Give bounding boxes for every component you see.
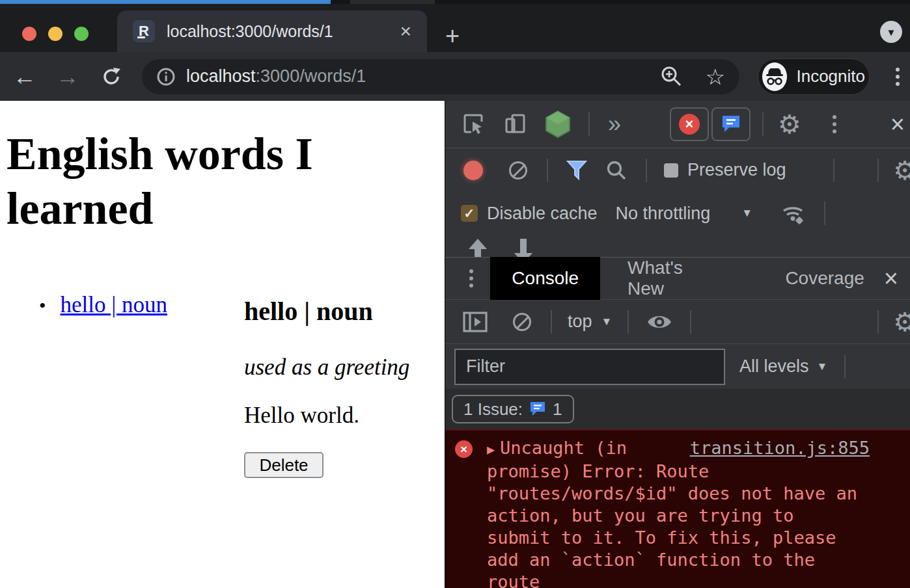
throttling-caret-icon[interactable]: ▼	[741, 207, 752, 220]
console-sidebar-toggle-icon[interactable]	[462, 310, 488, 334]
preserve-log-checkbox[interactable]	[664, 163, 678, 178]
console-filter-row: All levels ▼	[445, 344, 910, 389]
site-info-icon[interactable]	[156, 67, 176, 87]
incognito-icon	[762, 62, 787, 91]
window-zoom-button[interactable]	[74, 27, 89, 41]
issue-label: 1 Issue:	[463, 399, 523, 420]
new-tab-button[interactable]: +	[445, 23, 460, 48]
console-error-message[interactable]: × transition.js:855 ▶Uncaught (in promis…	[445, 429, 910, 588]
issue-chat-icon	[529, 401, 546, 418]
tab-search-button[interactable]: ▼	[880, 21, 902, 43]
error-count-badge[interactable]: ×	[670, 107, 709, 141]
browser-tab[interactable]: R localhost:3000/words/1 ×	[117, 10, 427, 52]
reload-button[interactable]	[100, 66, 122, 88]
screen: R localhost:3000/words/1 × + ▼ ← → loca	[0, 0, 910, 588]
issues-badge[interactable]	[711, 107, 751, 141]
window-minimize-button[interactable]	[48, 27, 62, 41]
console-toolbar: top ▼ ⚙	[445, 300, 910, 344]
url-text: localhost:3000/words/1	[186, 66, 366, 87]
delete-button[interactable]: Delete	[244, 452, 324, 478]
devtools-settings-icon[interactable]: ⚙	[778, 111, 801, 137]
browser-toolbar: ← → localhost:3000/words/1	[0, 52, 910, 101]
console-filter-input[interactable]	[454, 349, 725, 385]
back-button[interactable]: ←	[13, 65, 36, 88]
inspect-element-icon[interactable]	[462, 113, 486, 136]
error-line: promise) Error: Route	[487, 461, 870, 483]
error-line: action, but you are trying to	[487, 505, 870, 527]
error-line: add an `action` function to the	[487, 549, 870, 571]
word-definition: used as a greeting	[244, 354, 409, 381]
issue-counter-button[interactable]: 1 Issue: 1	[452, 395, 574, 423]
drawer-close-icon[interactable]: ×	[884, 266, 898, 291]
bookmark-star-icon[interactable]: ☆	[706, 66, 725, 88]
word-detail-title: hello | noun	[244, 296, 373, 327]
word-link[interactable]: hello | noun	[61, 292, 168, 318]
remix-favicon: R	[133, 20, 155, 42]
tab-coverage[interactable]: Coverage	[765, 257, 883, 300]
clear-console-icon[interactable]	[513, 313, 531, 331]
expand-triangle-icon[interactable]: ▶	[487, 442, 495, 457]
list-bullet: •	[39, 295, 46, 317]
zoom-icon[interactable]	[660, 65, 683, 88]
incognito-label: Incognito	[796, 66, 865, 87]
disable-cache-label[interactable]: Disable cache	[487, 204, 598, 224]
console-issue-row: 1 Issue: 1	[445, 389, 910, 429]
devtools-main-toolbar: » × ⚙ ×	[445, 101, 910, 148]
clear-network-icon[interactable]	[509, 161, 527, 180]
upload-har-icon[interactable]	[466, 237, 489, 257]
web-page-content: English words I learned • hello | noun h…	[0, 101, 445, 588]
tab-title: localhost:3000/words/1	[167, 22, 400, 41]
devtools-panel: » × ⚙ ×	[445, 101, 910, 588]
page-title: English words I learned	[7, 127, 423, 236]
preserve-log-label: Preserve log	[687, 160, 786, 180]
error-line: submit to it. To fix this, please	[487, 527, 870, 549]
tab-console[interactable]: Console	[490, 257, 600, 300]
forward-button[interactable]: →	[56, 65, 79, 88]
network-import-export-row	[445, 235, 910, 257]
log-levels-select[interactable]: All levels	[739, 356, 809, 377]
word-example: Hello world.	[244, 403, 359, 429]
error-line: transition.js:855 ▶Uncaught (in	[487, 437, 870, 461]
disable-cache-checkbox[interactable]: ✓	[461, 205, 478, 222]
error-line: route	[487, 571, 870, 588]
network-toolbar: Preserve log ⚙	[445, 148, 910, 192]
incognito-badge: Incognito	[758, 59, 870, 95]
address-bar[interactable]: localhost:3000/words/1 ☆	[142, 59, 739, 94]
network-conditions-row: ✓ Disable cache No throttling ▼	[445, 192, 910, 235]
filter-funnel-icon[interactable]	[565, 159, 588, 181]
network-settings-icon[interactable]: ⚙	[893, 157, 910, 183]
js-context-select[interactable]: top	[568, 312, 592, 332]
js-context-caret-icon[interactable]: ▼	[601, 315, 613, 328]
throttling-select-value[interactable]: No throttling	[616, 204, 711, 224]
error-line: "routes/words/$id" does not have an	[487, 483, 870, 505]
tab-close-icon[interactable]: ×	[400, 21, 411, 41]
network-conditions-icon[interactable]	[779, 200, 807, 226]
window-close-button[interactable]	[22, 27, 36, 41]
word-list-item: • hello | noun	[39, 292, 167, 318]
search-icon[interactable]	[605, 159, 627, 181]
record-network-log-icon[interactable]	[463, 161, 483, 180]
devtools-close-icon[interactable]: ×	[890, 112, 905, 137]
device-toolbar-icon[interactable]	[504, 113, 527, 136]
browser-tab-bar: R localhost:3000/words/1 × + ▼	[0, 4, 910, 52]
issue-count: 1	[553, 399, 562, 420]
log-levels-caret-icon[interactable]: ▼	[817, 360, 828, 373]
error-icon: ×	[455, 440, 473, 458]
tab-whats-new[interactable]: What's New	[608, 257, 736, 300]
error-source-link[interactable]: transition.js:855	[690, 437, 870, 459]
node-icon[interactable]	[544, 110, 572, 139]
drawer-tab-bar: Console What's New Coverage ×	[445, 257, 910, 300]
live-expression-eye-icon[interactable]	[646, 312, 673, 332]
console-settings-icon[interactable]: ⚙	[893, 309, 910, 335]
more-panels-icon[interactable]: »	[608, 113, 619, 136]
download-har-icon[interactable]	[512, 237, 535, 257]
